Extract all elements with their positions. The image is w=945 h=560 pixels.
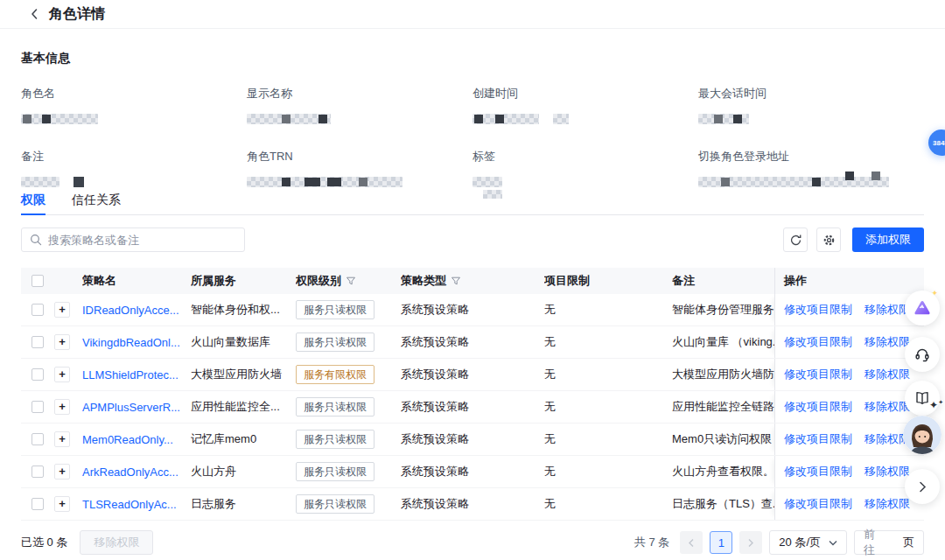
redacted-value bbox=[247, 177, 402, 187]
goto-page-input[interactable] bbox=[880, 536, 900, 550]
add-permission-button[interactable]: 添加权限 bbox=[852, 228, 924, 252]
edit-project-link[interactable]: 修改项目限制 bbox=[784, 334, 852, 350]
next-page-button[interactable] bbox=[739, 531, 762, 554]
remove-permission-link[interactable]: 移除权限 bbox=[864, 302, 910, 318]
row-checkbox[interactable] bbox=[32, 433, 44, 445]
assistant-avatar[interactable] bbox=[903, 416, 942, 454]
assistant-fab[interactable] bbox=[905, 290, 940, 326]
table-row: + Mem0ReadOnly... 记忆库mem0 服务只读权限 系统预设策略 … bbox=[21, 424, 924, 456]
table-row: + VikingdbReadOnl... 火山向量数据库 服务只读权限 系统预设… bbox=[21, 326, 924, 359]
redacted-value bbox=[21, 177, 60, 187]
project-cell: 无 bbox=[544, 424, 672, 455]
policy-link[interactable]: ArkReadOnlyAcc... bbox=[82, 466, 178, 479]
edit-project-link[interactable]: 修改项目限制 bbox=[784, 464, 852, 480]
col-type: 策略类型 bbox=[401, 273, 446, 289]
field-tags: 标签 bbox=[472, 149, 698, 199]
policy-link[interactable]: LLMShieldProtec... bbox=[82, 368, 178, 382]
note-cell: 火山方舟查看权限。... bbox=[672, 456, 774, 487]
page-title: 角色详情 bbox=[49, 5, 105, 24]
section-title: 基本信息 bbox=[21, 51, 924, 66]
service-cell: 智能体身份和权... bbox=[191, 294, 296, 326]
batch-remove-button[interactable]: 移除权限 bbox=[80, 530, 153, 555]
row-checkbox[interactable] bbox=[32, 336, 44, 348]
project-cell: 无 bbox=[544, 294, 672, 326]
docs-fab[interactable] bbox=[905, 381, 940, 416]
policy-link[interactable]: IDReadOnlyAcce... bbox=[82, 304, 179, 317]
row-checkbox[interactable] bbox=[32, 401, 44, 413]
level-tag: 服务只读权限 bbox=[296, 462, 374, 481]
goto-page-box: 前往 页 bbox=[854, 530, 924, 555]
table-footer: 已选 0 条 移除权限 共 7 条 1 20 条/页 前往 页 bbox=[21, 530, 924, 555]
project-cell: 无 bbox=[544, 456, 672, 487]
tab-permission[interactable]: 权限 bbox=[21, 192, 46, 214]
select-all-checkbox[interactable] bbox=[32, 275, 44, 287]
expand-icon[interactable]: + bbox=[54, 334, 70, 350]
policy-link[interactable]: TLSReadOnlyAc... bbox=[82, 498, 177, 511]
service-cell: 记忆库mem0 bbox=[191, 424, 296, 455]
remove-permission-link[interactable]: 移除权限 bbox=[864, 399, 910, 415]
field-created-at: 创建时间 bbox=[472, 86, 698, 124]
back-icon[interactable] bbox=[28, 8, 40, 20]
current-page[interactable]: 1 bbox=[710, 531, 732, 554]
project-cell: 无 bbox=[544, 359, 672, 390]
edit-project-link[interactable]: 修改项目限制 bbox=[784, 496, 852, 512]
remove-permission-link[interactable]: 移除权限 bbox=[864, 334, 910, 350]
detail-tabs: 权限 信任关系 bbox=[21, 192, 924, 215]
field-remark: 备注 bbox=[21, 149, 247, 199]
expand-icon[interactable]: + bbox=[54, 302, 70, 318]
type-cell: 系统预设策略 bbox=[401, 456, 544, 487]
service-cell: 日志服务 bbox=[191, 488, 296, 520]
settings-button[interactable] bbox=[816, 228, 841, 252]
expand-icon[interactable]: + bbox=[54, 399, 70, 415]
row-checkbox[interactable] bbox=[32, 368, 44, 381]
table-row: + IDReadOnlyAcce... 智能体身份和权... 服务只读权限 系统… bbox=[21, 294, 924, 326]
page-size-select[interactable]: 20 条/页 bbox=[769, 530, 847, 555]
edit-project-link[interactable]: 修改项目限制 bbox=[784, 431, 852, 447]
expand-icon[interactable]: + bbox=[54, 464, 70, 480]
policy-link[interactable]: APMPlusServerR... bbox=[82, 401, 180, 414]
type-cell: 系统预设策略 bbox=[401, 326, 544, 358]
floating-badge[interactable]: 384M bbox=[928, 130, 945, 156]
row-checkbox[interactable] bbox=[32, 498, 44, 510]
type-cell: 系统预设策略 bbox=[401, 294, 544, 326]
book-icon bbox=[914, 389, 931, 407]
edit-project-link[interactable]: 修改项目限制 bbox=[784, 367, 852, 382]
policy-link[interactable]: VikingdbReadOnl... bbox=[82, 336, 180, 349]
project-cell: 无 bbox=[544, 391, 672, 423]
field-role-name: 角色名 bbox=[21, 86, 247, 124]
col-action: 操作 bbox=[774, 268, 924, 294]
search-input[interactable] bbox=[48, 234, 236, 247]
chevron-right-icon bbox=[919, 481, 927, 493]
prev-page-button[interactable] bbox=[680, 531, 703, 554]
edit-project-link[interactable]: 修改项目限制 bbox=[784, 302, 852, 318]
policy-link[interactable]: Mem0ReadOnly... bbox=[82, 433, 173, 446]
note-cell: 应用性能监控全链路... bbox=[672, 391, 774, 423]
collapse-fab[interactable] bbox=[905, 469, 940, 504]
service-cell: 火山向量数据库 bbox=[191, 326, 296, 358]
project-cell: 无 bbox=[544, 326, 672, 358]
expand-icon[interactable]: + bbox=[54, 496, 70, 512]
filter-icon[interactable] bbox=[346, 276, 356, 286]
mountain-icon bbox=[911, 297, 934, 319]
expand-icon[interactable]: + bbox=[54, 431, 70, 447]
support-fab[interactable] bbox=[905, 337, 940, 372]
remove-permission-link[interactable]: 移除权限 bbox=[864, 496, 910, 512]
search-box[interactable] bbox=[21, 228, 245, 252]
row-checkbox[interactable] bbox=[32, 304, 44, 316]
note-cell: 大模型应用防火墙防... bbox=[672, 359, 774, 390]
col-service: 所属服务 bbox=[191, 268, 296, 294]
goto-suffix: 页 bbox=[903, 535, 914, 550]
project-cell: 无 bbox=[544, 488, 672, 520]
level-tag: 服务只读权限 bbox=[296, 300, 374, 319]
table-header: 策略名 所属服务 权限级别 策略类型 项目限制 备注 操作 bbox=[21, 268, 924, 294]
remove-permission-link[interactable]: 移除权限 bbox=[864, 367, 910, 382]
row-checkbox[interactable] bbox=[32, 466, 44, 478]
total-count: 共 7 条 bbox=[634, 535, 669, 550]
remove-permission-link[interactable]: 移除权限 bbox=[864, 464, 910, 480]
expand-icon[interactable]: + bbox=[54, 367, 70, 382]
refresh-button[interactable] bbox=[783, 228, 808, 252]
type-cell: 系统预设策略 bbox=[401, 488, 544, 520]
filter-icon[interactable] bbox=[451, 276, 461, 286]
edit-project-link[interactable]: 修改项目限制 bbox=[784, 399, 852, 415]
tab-trust[interactable]: 信任关系 bbox=[72, 192, 121, 214]
